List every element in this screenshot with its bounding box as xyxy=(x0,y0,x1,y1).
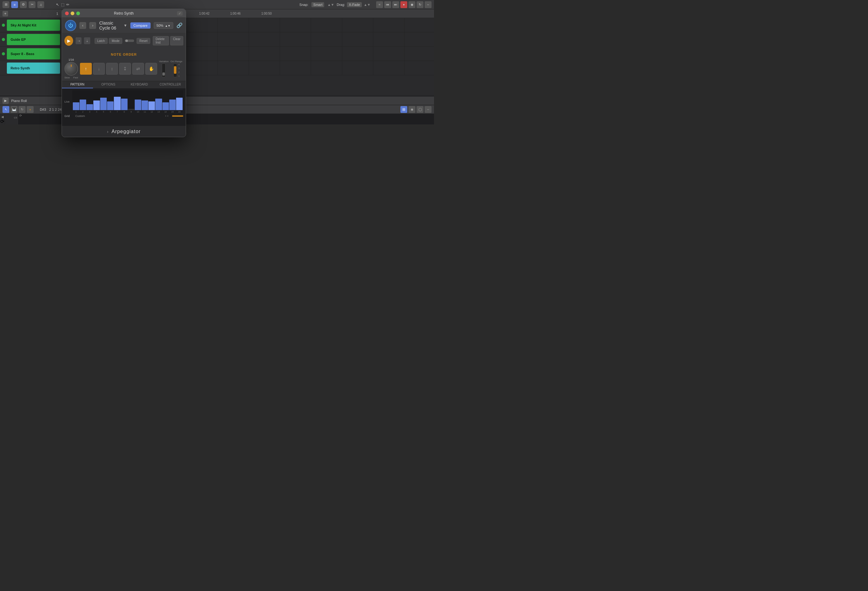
compare-button[interactable]: Compare xyxy=(130,22,151,29)
arp-icon-2[interactable]: ⇣ xyxy=(84,37,90,44)
track-active-dot[interactable] xyxy=(2,52,5,55)
pn-13: 13 xyxy=(155,111,162,113)
cursor-icon[interactable]: ↖ xyxy=(56,3,59,7)
oct-range-slider[interactable] xyxy=(173,63,177,77)
clear-button[interactable]: Clear xyxy=(170,36,183,46)
minimize-button[interactable] xyxy=(71,12,74,15)
tab-controller[interactable]: CONTROLLER xyxy=(155,81,186,88)
rate-knob[interactable] xyxy=(64,62,78,75)
marquee-icon[interactable]: ⬚ xyxy=(61,3,64,7)
pattern-bar-15[interactable] xyxy=(169,100,176,110)
pr-piano-icon[interactable]: 🎹 xyxy=(10,106,18,113)
pattern-bar-5[interactable] xyxy=(100,98,107,110)
side-expand-icon[interactable]: ⟳ xyxy=(0,118,4,124)
track-active-dot[interactable] xyxy=(2,38,5,41)
add-track-icon[interactable]: + xyxy=(3,11,8,16)
pattern-bar-1[interactable] xyxy=(73,102,79,110)
pattern-bar-11[interactable] xyxy=(142,100,148,110)
note-order-up-btn[interactable]: ↑ xyxy=(80,63,92,75)
mode-button[interactable]: Mode xyxy=(109,38,122,44)
pattern-bar-6[interactable] xyxy=(107,102,114,110)
drag-label: Drag: xyxy=(337,3,345,6)
drag-section: Drag: X-Fade ▲▼ xyxy=(337,2,371,7)
tab-options[interactable]: OPTIONS xyxy=(93,81,124,88)
nav-prev-button[interactable]: ‹ xyxy=(79,22,86,29)
oct-marks: 4 3 2 1 xyxy=(178,63,180,77)
close-button[interactable] xyxy=(65,12,69,15)
note-order-random-btn[interactable]: ⇄ xyxy=(132,63,144,75)
arp-label: Arpeggiator xyxy=(111,129,141,134)
smart-icon[interactable]: ⚙ xyxy=(20,1,27,8)
snap-value[interactable]: Smart xyxy=(311,2,324,7)
grid-view-icon[interactable]: ⊞ xyxy=(3,1,9,8)
arp-play-button[interactable]: ▶ xyxy=(64,36,73,46)
delete-inst-button[interactable]: Delete Inst xyxy=(153,36,169,46)
forward-icon[interactable]: ⏭ xyxy=(392,1,399,8)
loop-icon[interactable]: ↻ xyxy=(416,1,424,8)
pattern-nav-prev[interactable]: ‹ xyxy=(165,114,166,118)
pr-expand[interactable]: ↔ xyxy=(425,106,431,113)
list-view-icon[interactable]: ≡ xyxy=(11,1,18,8)
track-active-dot[interactable] xyxy=(2,24,5,27)
preset-name: Classic Cycle 06 xyxy=(99,21,120,31)
tab-pattern[interactable]: PATTERN xyxy=(62,81,93,88)
rate-labels: Slow Fast xyxy=(64,76,78,79)
synth-resize-button[interactable]: ⤢ xyxy=(177,11,183,16)
zoom-icon[interactable]: ↔ xyxy=(425,1,431,8)
left-side-panel: ◀ ⟳ xyxy=(0,114,5,124)
midi-icon[interactable]: ♫ xyxy=(37,1,44,8)
record-icon[interactable]: ● xyxy=(400,1,407,8)
pattern-bar-9[interactable] xyxy=(128,109,134,110)
pr-toggle-icon[interactable]: ▶ xyxy=(3,98,9,104)
note-order-down-btn[interactable]: ↓ xyxy=(93,63,105,75)
pr-nav-right[interactable]: ◯ xyxy=(416,106,424,113)
pattern-bar-4[interactable] xyxy=(93,100,100,110)
arp-right-buttons: Delete Inst Clear xyxy=(153,36,183,46)
nav-next-button[interactable]: › xyxy=(89,22,96,29)
pattern-bar-14[interactable] xyxy=(162,102,169,110)
tab-keyboard[interactable]: KEYBOARD xyxy=(124,81,155,88)
pr-nav-left[interactable]: ◉ xyxy=(409,106,415,113)
pattern-bar-8[interactable] xyxy=(121,99,128,110)
rewind-icon[interactable]: ⏮ xyxy=(384,1,391,8)
meter-icon[interactable]: ◉ xyxy=(409,1,415,8)
arp-expand-arrow[interactable]: › xyxy=(107,129,109,134)
drag-value[interactable]: X-Fade xyxy=(347,2,362,7)
pr-zoom-in[interactable]: ⊞ xyxy=(400,106,407,113)
scissor-icon[interactable]: ✂ xyxy=(29,1,35,8)
note-order-skip-btn[interactable]: ↧ xyxy=(119,63,131,75)
pattern-bar-3[interactable] xyxy=(87,104,93,110)
pattern-bar-13[interactable] xyxy=(155,99,162,110)
pr-midi-icon[interactable]: ⬧ xyxy=(27,106,34,113)
arp-icon-1[interactable]: ⇢ xyxy=(75,37,81,44)
variation-slider[interactable] xyxy=(162,63,165,77)
collapse-icon[interactable]: ⟳ xyxy=(19,114,22,117)
track-inactive-dot xyxy=(2,66,5,70)
pr-loop-icon[interactable]: ↻ xyxy=(19,106,25,113)
pencil-icon[interactable]: ✏ xyxy=(66,3,69,7)
grid-label: Grid xyxy=(64,115,70,118)
pattern-bar-7[interactable] xyxy=(114,97,120,110)
drag-arrows[interactable]: ▲▼ xyxy=(364,3,371,6)
link-button[interactable]: 🔗 xyxy=(176,22,183,28)
pattern-bar-12[interactable] xyxy=(148,102,155,110)
side-left-arrow[interactable]: ◀ xyxy=(1,115,4,118)
preset-dropdown-icon[interactable]: ▼ xyxy=(124,23,127,28)
percent-arrows[interactable]: ▲▼ xyxy=(165,24,170,27)
note-order-hold-btn[interactable]: ✋ xyxy=(145,63,157,75)
pattern-bar-10[interactable] xyxy=(135,100,141,110)
note-order-updown-btn[interactable]: ↕ xyxy=(106,63,118,75)
pr-cursor-icon[interactable]: ↖ xyxy=(3,106,9,113)
pattern-nav-next[interactable]: › xyxy=(167,114,168,118)
latch-button[interactable]: Latch xyxy=(94,38,108,44)
mode-toggle[interactable] xyxy=(125,40,134,42)
snap-arrows[interactable]: ▲▼ xyxy=(327,3,334,6)
maximize-button[interactable] xyxy=(76,12,80,15)
snap-label: Snap: xyxy=(299,3,308,6)
pattern-bar-2[interactable] xyxy=(80,100,86,110)
power-button[interactable]: ⏻ xyxy=(65,20,76,31)
pattern-bar-16[interactable] xyxy=(176,98,183,110)
reset-button[interactable]: Reset xyxy=(137,38,150,44)
piano-roll-label: Piano Roll xyxy=(11,99,27,103)
waveform-icon[interactable]: ≈ xyxy=(376,1,383,8)
